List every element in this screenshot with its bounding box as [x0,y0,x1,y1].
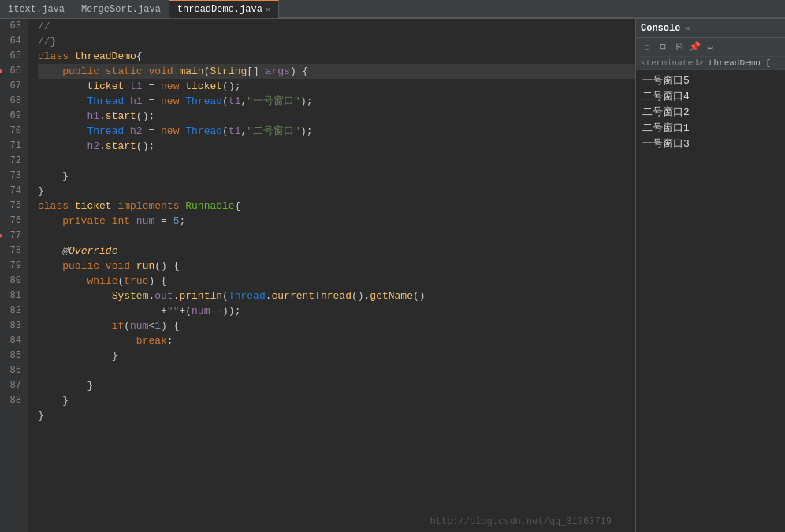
console-status: <terminated> threadDemo [Ja [636,57,785,70]
ln-69: 69 [3,109,21,124]
code-line-70: Thread h2 = new Thread(t1,"二号窗口"); [38,124,635,139]
code-line-69: h1.start(); [38,109,635,124]
output-line-2: 二号窗口4 [642,89,779,105]
ln-84: 84 [3,333,21,348]
output-line-1: 一号窗口5 [642,73,779,89]
ln-68: 68 [3,94,21,109]
scroll-lock-icon[interactable]: ⊟ [657,41,669,54]
tab-label: threadDemo.java [177,4,262,15]
code-line-89: } [38,408,635,423]
code-line-72 [38,154,635,169]
ln-78: 78 [3,244,21,259]
code-line-74: } [38,184,635,199]
main-layout: 63 64 65 66 67 68 69 70 71 72 73 74 75 7… [0,19,785,532]
ln-87: 87 [3,378,21,393]
code-line-68: Thread h1 = new Thread(t1,"一号窗口"); [38,94,635,109]
code-line-86 [38,363,635,378]
code-line-88: } [38,393,635,408]
ln-67: 67 [3,79,21,94]
code-line-87: } [38,378,635,393]
console-output[interactable]: 一号窗口5 二号窗口4 二号窗口2 二号窗口1 一号窗口3 [636,70,785,532]
code-line-81: System.out.println(Thread.currentThread(… [38,288,635,303]
ln-77: 77 [3,229,21,244]
code-area: 63 64 65 66 67 68 69 70 71 72 73 74 75 7… [0,19,635,532]
wrap-icon[interactable]: ↵ [704,41,716,54]
ln-64: 64 [3,34,21,49]
ln-74: 74 [3,184,21,199]
tab-label: itext.java [8,4,65,15]
tab-mergesort[interactable]: MergeSort.java [73,0,169,18]
pin-icon[interactable]: 📌 [688,41,701,54]
app-name-label: threadDemo [Ja [709,58,781,68]
ln-76: 76 [3,214,21,229]
terminated-label: <terminated> [641,58,709,68]
ln-66: 66 [3,64,21,79]
editor-panel[interactable]: 63 64 65 66 67 68 69 70 71 72 73 74 75 7… [0,19,635,532]
ln-83: 83 [3,318,21,333]
ln-80: 80 [3,273,21,288]
clear-console-icon[interactable]: ☐ [641,41,653,54]
output-line-5: 一号窗口3 [642,136,779,152]
ln-73: 73 [3,169,21,184]
line-numbers: 63 64 65 66 67 68 69 70 71 72 73 74 75 7… [0,19,28,532]
code-line-84: break; [38,333,635,348]
output-line-3: 二号窗口2 [642,105,779,121]
ln-81: 81 [3,288,21,303]
ln-85: 85 [3,348,21,363]
code-line-73: } [38,169,635,184]
code-line-64: //} [38,34,635,49]
code-line-63: // [38,19,635,34]
code-line-71: h2.start(); [38,139,635,154]
ln-71: 71 [3,139,21,154]
code-line-66: public static void main(String[] args) { [38,64,635,79]
console-toolbar: ☐ ⊟ ⎘ 📌 ↵ [636,38,785,57]
code-line-77 [38,229,635,244]
code-line-65: class threadDemo{ [38,49,635,64]
ln-72: 72 [3,154,21,169]
code-line-85: } [38,348,635,363]
console-panel: Console ✕ ☐ ⊟ ⎘ 📌 ↵ <terminated> threadD… [635,19,785,532]
console-tab-bar: Console ✕ [636,19,785,38]
watermark: http://blog.csdn.net/qq_31963719 [430,516,612,527]
ln-88: 88 [3,393,21,408]
code-line-67: ticket t1 = new ticket(); [38,79,635,94]
code-line-79: public void run() { [38,259,635,273]
output-line-4: 二号窗口1 [642,121,779,136]
console-tab-label: Console [641,23,680,34]
ln-65: 65 [3,49,21,64]
code-line-75: class ticket implements Runnable{ [38,199,635,214]
ln-79: 79 [3,259,21,273]
copy-icon[interactable]: ⎘ [672,41,685,54]
ln-70: 70 [3,124,21,139]
ln-86: 86 [3,363,21,378]
ln-75: 75 [3,199,21,214]
tab-bar: itext.java MergeSort.java threadDemo.jav… [0,0,785,19]
tab-itext[interactable]: itext.java [0,0,73,18]
console-tab-close-icon[interactable]: ✕ [685,24,690,33]
ln-63: 63 [3,19,21,34]
code-line-80: while(true) { [38,273,635,288]
code-line-83: if(num<1) { [38,318,635,333]
tab-threaddemo[interactable]: threadDemo.java ✕ [169,0,279,18]
code-line-76: private int num = 5; [38,214,635,229]
code-line-82: +""+(num--)); [38,303,635,318]
tab-close-icon[interactable]: ✕ [266,5,270,14]
code-line-78: @Override [38,244,635,259]
ln-82: 82 [3,303,21,318]
tab-label: MergeSort.java [81,4,161,15]
code-content: ////}class threadDemo{ public static voi… [28,19,635,532]
